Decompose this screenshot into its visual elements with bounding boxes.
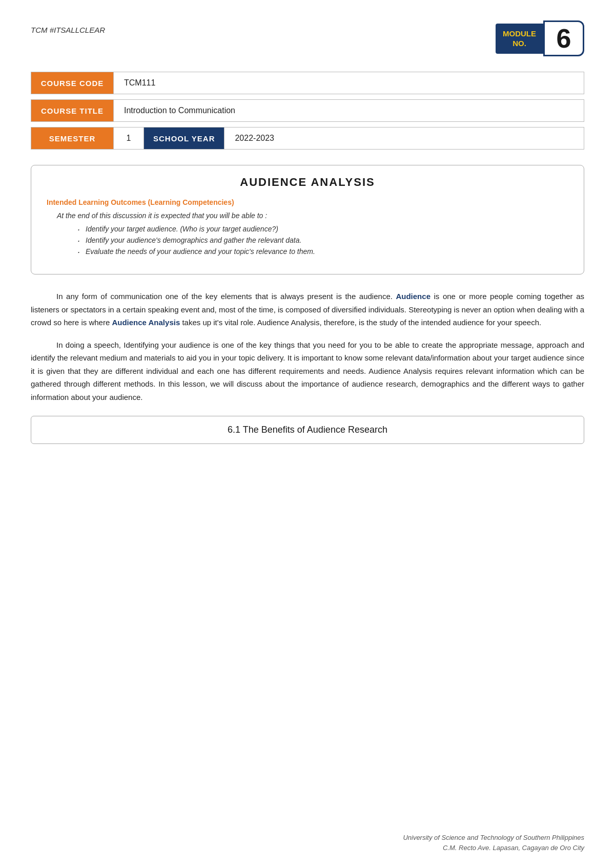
- outcomes-list: Identify your target audience. (Who is y…: [77, 225, 568, 256]
- page-header: TCM #ITSALLCLEAR MODULE NO. 6: [31, 20, 584, 56]
- semester-row: SEMESTER 1 SCHOOL YEAR 2022-2023: [31, 127, 584, 150]
- course-title-label: COURSE TITLE: [31, 100, 113, 121]
- body-paragraph-2: In doing a speech, Identifying your audi…: [31, 338, 584, 404]
- para1-before1: In any form of communication one of the …: [56, 292, 396, 301]
- para1-bold1: Audience: [396, 292, 430, 301]
- footer-line1: University of Science and Technology of …: [403, 833, 584, 843]
- analysis-title: AUDIENCE ANALYSIS: [47, 176, 568, 189]
- semester-label: SEMESTER: [31, 128, 113, 149]
- module-label: MODULE NO.: [496, 24, 543, 54]
- course-info: COURSE CODE TCM111 COURSE TITLE Introduc…: [31, 72, 584, 150]
- outcome-item: Identify your audience's demographics an…: [77, 236, 568, 244]
- semester-value: 1: [113, 128, 144, 149]
- course-title-value: Introduction to Communication: [113, 100, 584, 121]
- section-heading-box: 6.1 The Benefits of Audience Research: [31, 416, 584, 444]
- header-tagline: TCM #ITSALLCLEAR: [31, 20, 105, 34]
- body-paragraph-1: In any form of communication one of the …: [31, 290, 584, 329]
- course-title-row: COURSE TITLE Introduction to Communicati…: [31, 99, 584, 122]
- body-text: In any form of communication one of the …: [31, 290, 584, 404]
- footer-line2: C.M. Recto Ave. Lapasan, Cagayan de Oro …: [403, 843, 584, 853]
- page-footer: University of Science and Technology of …: [403, 833, 584, 853]
- section-heading: 6.1 The Benefits of Audience Research: [228, 425, 387, 435]
- para1-bold2: Audience Analysis: [112, 318, 180, 327]
- course-code-label: COURSE CODE: [31, 72, 113, 94]
- outcome-item: Evaluate the needs of your audience and …: [77, 247, 568, 256]
- outcome-item: Identify your target audience. (Who is y…: [77, 225, 568, 233]
- course-code-value: TCM111: [113, 72, 584, 94]
- learning-outcomes-label: Intended Learning Outcomes (Learning Com…: [47, 198, 568, 206]
- school-year-label: SCHOOL YEAR: [144, 128, 224, 149]
- module-number: 6: [543, 20, 584, 56]
- course-code-row: COURSE CODE TCM111: [31, 72, 584, 94]
- school-year-value: 2022-2023: [224, 128, 584, 149]
- outcomes-intro: At the end of this discussion it is expe…: [57, 211, 568, 220]
- module-badge: MODULE NO. 6: [496, 20, 584, 56]
- para1-after2: takes up it's vital role. Audience Analy…: [180, 318, 541, 327]
- analysis-box: AUDIENCE ANALYSIS Intended Learning Outc…: [31, 165, 584, 274]
